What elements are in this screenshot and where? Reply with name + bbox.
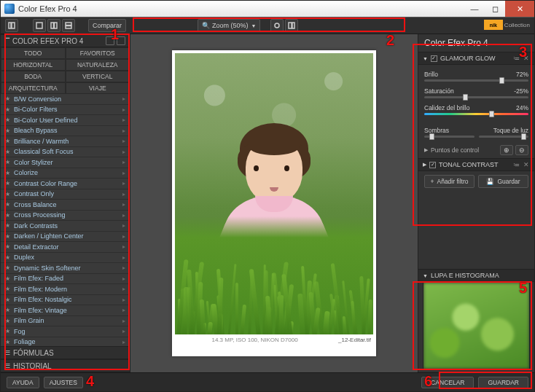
tonal-header[interactable]: ▶✓ TONAL CONTRAST ≔ ✕ (418, 158, 534, 171)
filter-item[interactable]: ★Bleach Bypass▸ (1, 126, 130, 137)
filter-item[interactable]: ★Bi-Color Filters▸ (1, 105, 130, 116)
filter-item[interactable]: ★Dark Contrasts▸ (1, 221, 130, 232)
photo-image (175, 53, 373, 334)
star-icon[interactable]: ★ (5, 149, 10, 155)
panel-toggle-right-icon[interactable] (285, 19, 298, 32)
filter-item[interactable]: ★Film Efex: Vintage▸ (1, 305, 130, 316)
slider-calidez[interactable]: Calidez del brillo24% (424, 104, 528, 115)
glamour-header[interactable]: ▼✓ GLAMOUR GLOW ≔ ✕ (418, 52, 534, 65)
filter-item[interactable]: ★Dynamic Skin Softener▸ (1, 263, 130, 274)
help-button[interactable]: AYUDA (7, 377, 39, 388)
star-icon[interactable]: ★ (5, 286, 10, 292)
category-boda[interactable]: BODA (1, 71, 66, 82)
star-icon[interactable]: ★ (5, 328, 10, 334)
panel-toggle-left-icon[interactable] (5, 19, 18, 32)
category-vertical[interactable]: VERTICAL (66, 71, 130, 82)
maximize-button[interactable]: ◻ (485, 1, 505, 17)
left-header[interactable]: ▔ COLOR EFEX PRO 4 (1, 34, 130, 47)
category-viaje[interactable]: VIAJE (66, 82, 130, 94)
slider-saturacion[interactable]: Saturación-25% (424, 87, 528, 98)
filter-item[interactable]: ★Fog▸ (1, 326, 130, 337)
star-icon[interactable]: ★ (5, 318, 10, 324)
filter-item[interactable]: ★Colorize▸ (1, 168, 130, 179)
star-icon[interactable]: ★ (5, 201, 10, 208)
star-icon[interactable]: ★ (5, 243, 10, 250)
view-single-icon[interactable] (33, 19, 46, 32)
filter-item[interactable]: ★B/W Conversion▸ (1, 94, 130, 105)
filter-item[interactable]: ★Contrast Color Range▸ (1, 179, 130, 189)
left-header-icons (106, 36, 125, 45)
photo-caption: 14.3 MP, ISO 100, NIKON D7000 _12-Editar… (175, 334, 373, 345)
chevron-right-icon: ▸ (122, 318, 125, 324)
preview-area[interactable]: 14.3 MP, ISO 100, NIKON D7000 _12-Editar… (130, 34, 418, 372)
right-panel: Color Efex Pro4 ▼✓ GLAMOUR GLOW ≔ ✕ Bril… (418, 34, 534, 372)
filter-item[interactable]: ★Detail Extractor▸ (1, 242, 130, 253)
star-icon[interactable]: ★ (5, 95, 10, 102)
disclosure-icon: ▔ (5, 38, 9, 44)
compare-button[interactable]: Comparar (88, 19, 126, 32)
filter-item[interactable]: ★Classical Soft Focus▸ (1, 147, 130, 158)
filter-item[interactable]: ★Film Efex: Faded▸ (1, 274, 130, 285)
star-icon[interactable]: ★ (5, 254, 10, 261)
window-title: Color Efex Pro 4 (18, 4, 464, 13)
loupe-view[interactable] (423, 282, 530, 369)
filter-item[interactable]: ★Foliage▸ (1, 337, 130, 347)
filter-item[interactable]: ★Film Efex: Nostalgic▸ (1, 295, 130, 306)
svg-rect-5 (66, 23, 71, 26)
filter-list-scroll[interactable]: ★B/W Conversion▸★Bi-Color Filters▸★Bi-Co… (1, 94, 130, 346)
filter-item[interactable]: ★Darken / Lighten Center▸ (1, 232, 130, 243)
category-todo[interactable]: TODO (1, 47, 66, 59)
star-icon[interactable]: ★ (5, 297, 10, 303)
add-control-point-button[interactable]: ⊕ (500, 145, 513, 155)
slider-brillo[interactable]: Brillo72% (424, 71, 528, 82)
filter-item[interactable]: ★Contrast Only▸ (1, 189, 130, 200)
save-preset-button[interactable]: 💾Guardar (478, 175, 528, 188)
filter-item[interactable]: ★Film Grain▸ (1, 316, 130, 327)
star-icon[interactable]: ★ (5, 222, 10, 229)
save-button[interactable]: GUARDAR (478, 377, 528, 388)
star-icon[interactable]: ★ (5, 339, 10, 345)
chevron-right-icon: ▸ (122, 170, 125, 176)
cancel-button[interactable]: CANCELAR (421, 377, 474, 388)
star-icon[interactable]: ★ (5, 275, 10, 282)
background-toggle-icon[interactable] (270, 19, 284, 32)
category-arquitectura[interactable]: ARQUITECTURA (1, 82, 66, 94)
star-icon[interactable]: ★ (5, 170, 10, 176)
settings-button[interactable]: AJUSTES (44, 377, 83, 388)
star-icon[interactable]: ★ (5, 233, 10, 240)
category-favoritos[interactable]: FAVORITOS (66, 47, 130, 59)
star-icon[interactable]: ★ (5, 191, 10, 197)
star-icon[interactable]: ★ (5, 106, 10, 113)
filter-item[interactable]: ★Cross Processing▸ (1, 211, 130, 222)
filter-item[interactable]: ★Duplex▸ (1, 253, 130, 264)
star-icon[interactable]: ★ (5, 212, 10, 219)
filter-item[interactable]: ★Brilliance / Warmth▸ (1, 136, 130, 147)
shadow-highlight[interactable]: SombrasToque de luz (418, 125, 534, 142)
star-icon[interactable]: ★ (5, 307, 10, 313)
chevron-right-icon: ▸ (122, 286, 125, 292)
minimize-button[interactable]: — (464, 1, 485, 17)
star-icon[interactable]: ★ (5, 264, 10, 271)
filter-item[interactable]: ★Film Efex: Modern▸ (1, 284, 130, 295)
category-naturaleza[interactable]: NATURALEZA (66, 59, 130, 71)
lupa-header[interactable]: ▼LUPA E HISTOGRAMA (418, 269, 534, 282)
category-horizontal[interactable]: HORIZONTAL (1, 59, 66, 71)
filter-label: B/W Conversion (14, 95, 61, 103)
formulas-header[interactable]: ☰FÓRMULAS (1, 346, 130, 359)
filter-item[interactable]: ★Cross Balance▸ (1, 200, 130, 211)
view-split-h-icon[interactable] (47, 19, 60, 32)
star-icon[interactable]: ★ (5, 159, 10, 165)
filter-item[interactable]: ★Bi-Color User Defined▸ (1, 115, 130, 126)
star-icon[interactable]: ★ (5, 138, 10, 144)
view-split-v-icon[interactable] (62, 19, 75, 32)
remove-control-point-button[interactable]: ⊖ (515, 145, 528, 155)
svg-rect-4 (55, 23, 58, 28)
filter-item[interactable]: ★Color Stylizer▸ (1, 157, 130, 168)
star-icon[interactable]: ★ (5, 180, 10, 187)
star-icon[interactable]: ★ (5, 128, 10, 134)
add-filter-button[interactable]: +Añadir filtro (424, 175, 475, 188)
star-icon[interactable]: ★ (5, 117, 10, 123)
historial-header[interactable]: ☰HISTORIAL (1, 359, 130, 372)
close-button[interactable]: ✕ (505, 1, 534, 17)
zoom-dropdown[interactable]: 🔍Zoom (50%)▼ (198, 19, 260, 32)
